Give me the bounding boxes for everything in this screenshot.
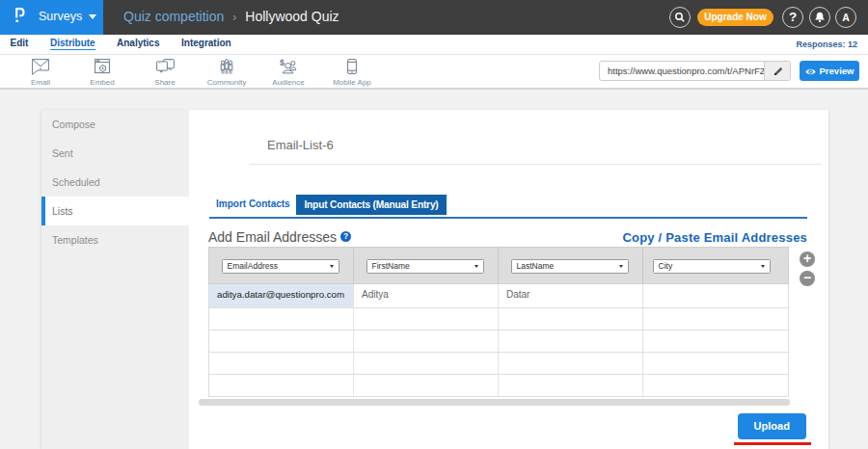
svg-text:$: $ — [280, 59, 285, 67]
